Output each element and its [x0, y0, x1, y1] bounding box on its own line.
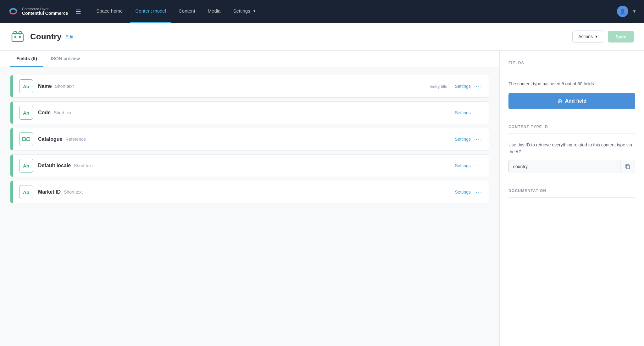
page-header: Country Edit Actions ▼ Save — [0, 23, 644, 51]
brand-logo — [8, 6, 19, 17]
field-icon-market-id: Ab — [19, 185, 33, 199]
tab-fields[interactable]: Fields (5) — [10, 51, 43, 67]
header-actions: Actions ▼ Save — [572, 31, 634, 43]
fields-section-title: FIELDS — [508, 61, 635, 65]
field-row: Catalogue Reference Settings ··· — [10, 128, 489, 150]
avatar[interactable]: 👤 — [617, 6, 628, 17]
left-panel: Fields (5) JSON preview Ab Name Short te… — [0, 51, 499, 346]
brand: Commerce Layer Contentful Commerce — [8, 6, 68, 17]
divider — [508, 197, 635, 198]
right-panel: FIELDS The content type has used 5 out o… — [499, 51, 644, 346]
add-icon: ⊕ — [557, 97, 563, 105]
field-icon-catalogue — [19, 132, 33, 146]
field-settings-link[interactable]: Settings — [455, 190, 471, 195]
top-navigation: Commerce Layer Contentful Commerce ☰ Spa… — [0, 0, 644, 23]
drag-handle[interactable] — [10, 181, 13, 203]
hamburger-icon[interactable]: ☰ — [75, 8, 81, 15]
field-row: Ab Market ID Short text Settings ··· — [10, 181, 489, 203]
drag-handle[interactable] — [10, 75, 13, 97]
fields-list: Ab Name Short text Entry title Settings … — [0, 67, 499, 211]
field-row: Ab Default locale Short text Settings ··… — [10, 154, 489, 177]
tabs-bar: Fields (5) JSON preview — [0, 51, 499, 67]
nav-settings[interactable]: Settings ▼ — [228, 0, 261, 23]
field-settings-link[interactable]: Settings — [455, 110, 471, 115]
save-button[interactable]: Save — [608, 31, 634, 43]
content-type-icon — [10, 29, 25, 44]
svg-rect-1 — [12, 33, 23, 42]
svg-rect-6 — [22, 138, 25, 141]
svg-rect-9 — [626, 165, 630, 169]
brand-bottom-line: Contentful Commerce — [22, 11, 68, 16]
brand-top-line: Commerce Layer — [22, 7, 68, 11]
nav-media[interactable]: Media — [203, 0, 226, 23]
copy-icon[interactable] — [620, 160, 635, 173]
nav-content[interactable]: Content — [174, 0, 200, 23]
main-layout: Fields (5) JSON preview Ab Name Short te… — [0, 51, 644, 346]
drag-handle[interactable] — [10, 128, 13, 150]
divider — [508, 181, 635, 181]
svg-rect-7 — [27, 138, 30, 141]
actions-caret-icon: ▼ — [595, 35, 598, 38]
svg-rect-3 — [19, 31, 21, 34]
field-menu-icon[interactable]: ··· — [476, 83, 482, 90]
drag-handle[interactable] — [10, 155, 13, 177]
content-type-id-section-title: CONTENT TYPE ID — [508, 125, 635, 129]
svg-point-0 — [8, 6, 19, 17]
page-title: Country — [30, 32, 62, 42]
divider — [508, 117, 635, 117]
content-type-id-field — [508, 160, 635, 173]
fields-count-text: The content type has used 5 out of 50 fi… — [508, 81, 635, 87]
field-icon-code: Ab — [19, 106, 33, 120]
content-type-id-description: Use this ID to retrieve everything relat… — [508, 141, 635, 156]
field-row: Ab Name Short text Entry title Settings … — [10, 75, 489, 98]
topnav-right: 👤 ▼ — [617, 6, 636, 17]
nav-links: Space home Content model Content Media S… — [91, 0, 617, 23]
field-menu-icon[interactable]: ··· — [476, 162, 482, 169]
divider — [508, 73, 635, 73]
field-settings-link[interactable]: Settings — [455, 163, 471, 168]
field-settings-link[interactable]: Settings — [455, 137, 471, 142]
actions-button[interactable]: Actions ▼ — [572, 31, 604, 43]
reference-icon — [22, 135, 30, 143]
field-menu-icon[interactable]: ··· — [476, 136, 482, 143]
svg-rect-5 — [19, 36, 21, 38]
tab-json-preview[interactable]: JSON preview — [43, 51, 86, 67]
field-menu-icon[interactable]: ··· — [476, 110, 482, 116]
documentation-section-title: DOCUMENTATION — [508, 189, 635, 193]
field-icon-name: Ab — [19, 79, 33, 93]
field-menu-icon[interactable]: ··· — [476, 189, 482, 196]
divider — [508, 133, 635, 134]
field-icon-default-locale: Ab — [19, 159, 33, 173]
edit-link[interactable]: Edit — [65, 34, 74, 39]
drag-handle[interactable] — [10, 102, 13, 124]
settings-caret-icon: ▼ — [253, 9, 256, 13]
field-settings-link[interactable]: Settings — [455, 84, 471, 89]
avatar-caret-icon[interactable]: ▼ — [632, 9, 636, 14]
nav-space-home[interactable]: Space home — [91, 0, 128, 23]
content-type-id-input[interactable] — [509, 160, 620, 173]
svg-rect-2 — [14, 31, 16, 34]
field-row: Ab Code Short text Settings ··· — [10, 101, 489, 124]
nav-content-model[interactable]: Content model — [130, 0, 171, 23]
add-field-button[interactable]: ⊕ Add field — [508, 93, 635, 109]
svg-rect-4 — [14, 36, 16, 38]
